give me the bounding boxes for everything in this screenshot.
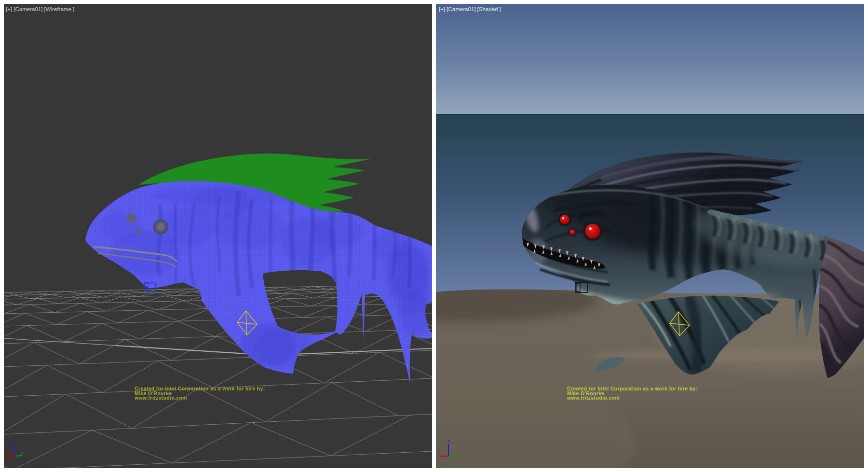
svg-text:y: y (21, 450, 24, 455)
svg-text:x: x (439, 450, 441, 455)
svg-text:www.fritzstudio.com: www.fritzstudio.com (134, 395, 187, 401)
svg-text:z: z (448, 439, 450, 444)
svg-text:x: x (6, 450, 8, 455)
svg-text:[+] [Camera01] [Wireframe ]: [+] [Camera01] [Wireframe ] (6, 6, 74, 12)
svg-text:www.fritzstudio.com: www.fritzstudio.com (567, 395, 620, 401)
svg-text:y: y (454, 450, 457, 455)
svg-text:[+] [Camera01] [Shaded ]: [+] [Camera01] [Shaded ] (439, 6, 501, 12)
svg-text:z: z (14, 439, 17, 444)
